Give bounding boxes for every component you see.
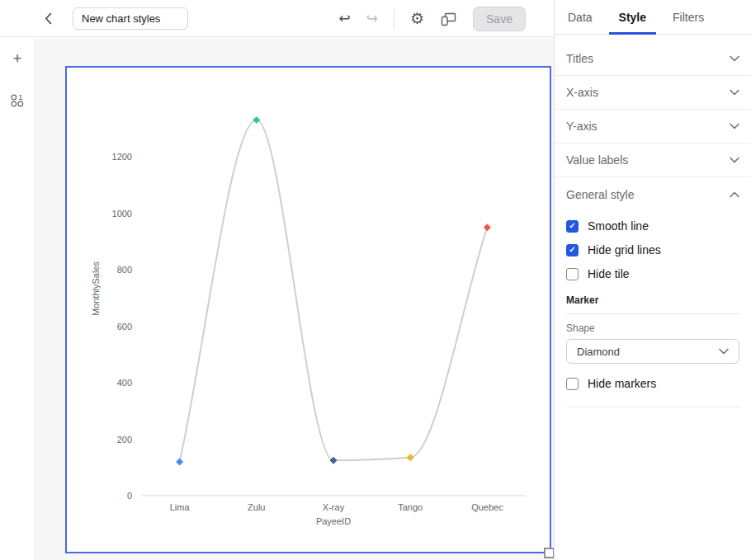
hide-tile-option[interactable]: ✓ Hide tile: [566, 264, 739, 284]
style-panel: Data Style Filters Titles X-axis Y-axis: [554, 0, 751, 560]
svg-text:1200: 1200: [112, 152, 132, 162]
add-item-button[interactable]: +: [12, 50, 21, 66]
shape-select-value: Diamond: [577, 346, 620, 358]
tab-style[interactable]: Style: [609, 0, 656, 34]
panel-tabs: Data Style Filters: [555, 0, 751, 35]
undo-icon: ↩: [338, 12, 350, 26]
hide-grid-lines-option[interactable]: ✓ Hide grid lines: [566, 240, 739, 260]
svg-text:200: 200: [117, 435, 132, 445]
toolbar-actions: ↩ ↪ ⚙ Save: [338, 0, 526, 37]
divider: [566, 313, 739, 314]
shape-label: Shape: [566, 322, 739, 334]
svg-text:1000: 1000: [112, 209, 132, 219]
section-label: Titles: [566, 52, 593, 65]
responsive-preview-button[interactable]: [440, 11, 457, 27]
checkbox-label: Hide grid lines: [588, 243, 661, 256]
divider: [566, 407, 739, 407]
section-label: Y-axis: [566, 120, 597, 133]
save-button[interactable]: Save: [473, 7, 526, 31]
gear-icon: ⚙: [410, 11, 424, 26]
chevron-down-icon: [730, 55, 739, 62]
marker-heading: Marker: [566, 294, 739, 306]
chart-tile[interactable]: 020040060080010001200LimaZuluX-rayTangoQ…: [65, 66, 551, 553]
top-toolbar: ↩ ↪ ⚙ Save: [0, 0, 554, 37]
svg-text:Zulu: Zulu: [248, 502, 265, 512]
section-titles[interactable]: Titles: [555, 42, 751, 76]
redo-button[interactable]: ↪: [366, 12, 378, 26]
app-window: ↩ ↪ ⚙ Save + 1: [0, 0, 751, 560]
svg-text:0: 0: [127, 491, 132, 501]
hide-markers-option[interactable]: ✓ Hide markers: [566, 374, 739, 393]
chevron-down-icon: [719, 348, 729, 355]
chevron-up-icon: [730, 191, 739, 198]
left-rail: + 1: [0, 38, 35, 560]
chart-title-input[interactable]: [73, 7, 188, 30]
svg-text:800: 800: [117, 265, 132, 275]
svg-text:400: 400: [117, 378, 132, 388]
svg-text:Lima: Lima: [170, 502, 191, 512]
toolbar-divider: [394, 8, 394, 30]
svg-text:MonthlySales: MonthlySales: [91, 261, 101, 316]
section-general-style[interactable]: General style: [555, 177, 751, 211]
dashboard-canvas: 020040060080010001200LimaZuluX-rayTangoQ…: [36, 38, 554, 560]
chevron-down-icon: [730, 89, 739, 96]
svg-text:Tango: Tango: [398, 502, 423, 512]
section-x-axis[interactable]: X-axis: [555, 76, 751, 110]
hide-tile-checkbox[interactable]: ✓: [566, 268, 579, 280]
checkbox-label: Hide markers: [588, 377, 656, 390]
back-button[interactable]: [40, 8, 56, 28]
widgets-grid-icon: 1: [10, 93, 25, 108]
section-label: General style: [566, 188, 634, 201]
hide-markers-checkbox[interactable]: ✓: [566, 378, 579, 390]
svg-text:PayeeID: PayeeID: [316, 516, 351, 526]
section-label: X-axis: [566, 86, 598, 99]
section-value-labels[interactable]: Value labels: [555, 144, 751, 177]
style-sections: Titles X-axis Y-axis Value labels: [555, 35, 751, 407]
line-chart: 020040060080010001200LimaZuluX-rayTangoQ…: [67, 68, 550, 552]
widget-count-badge: 1: [18, 93, 22, 101]
settings-button[interactable]: ⚙: [410, 11, 424, 26]
section-label: Value labels: [566, 153, 628, 167]
chevron-down-icon: [730, 157, 739, 163]
general-style-body: ✓ Smooth line ✓ Hide grid lines ✓ Hide t…: [555, 211, 751, 407]
widgets-list-button[interactable]: 1: [10, 93, 25, 111]
check-icon: ✓: [569, 246, 575, 254]
undo-button[interactable]: ↩: [338, 12, 350, 26]
hide-grid-lines-checkbox[interactable]: ✓: [566, 244, 579, 256]
checkbox-label: Smooth line: [588, 219, 649, 233]
smooth-line-option[interactable]: ✓ Smooth line: [566, 216, 739, 236]
checkbox-label: Hide tile: [588, 267, 630, 280]
svg-text:X-ray: X-ray: [323, 502, 345, 512]
section-y-axis[interactable]: Y-axis: [555, 110, 751, 144]
tab-data[interactable]: Data: [558, 0, 602, 34]
smooth-line-checkbox[interactable]: ✓: [566, 220, 579, 233]
chevron-left-icon: [45, 12, 52, 25]
redo-icon: ↪: [366, 12, 378, 26]
check-icon: ✓: [569, 222, 575, 230]
svg-text:600: 600: [117, 322, 132, 332]
devices-icon: [440, 11, 457, 27]
svg-text:Quebec: Quebec: [471, 502, 503, 512]
tab-filters[interactable]: Filters: [663, 0, 714, 34]
chevron-down-icon: [730, 123, 739, 129]
shape-select[interactable]: Diamond: [566, 339, 739, 364]
